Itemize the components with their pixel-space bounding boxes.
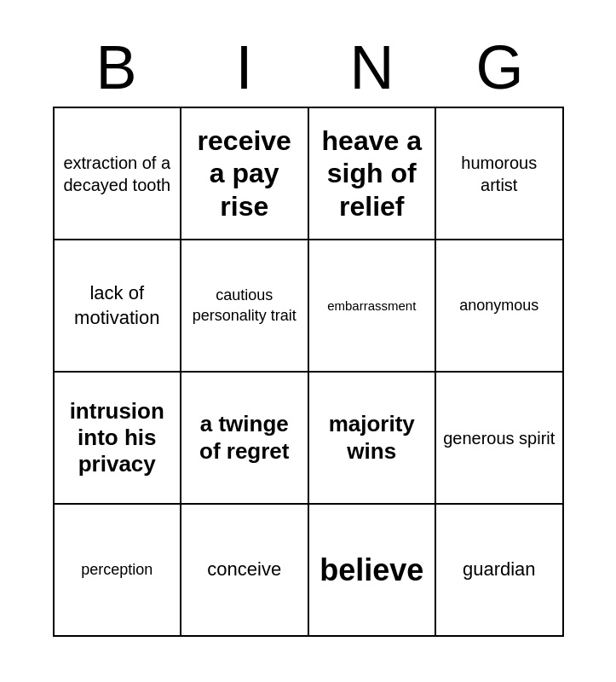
letter-b: B	[53, 28, 181, 103]
cell-text-r3c3: majority wins	[316, 411, 429, 464]
letter-g: G	[436, 28, 564, 103]
cell-r2c4[interactable]: anonymous	[436, 240, 564, 373]
cell-r2c1[interactable]: lack of motivation	[55, 240, 182, 373]
cell-text-r3c1: intrusion into his privacy	[61, 398, 174, 478]
cell-text-r3c2: a twinge of regret	[188, 411, 301, 464]
cell-text-r2c4: anonymous	[459, 296, 538, 315]
cell-r1c3[interactable]: heave a sigh of relief	[309, 108, 437, 240]
cell-r3c4[interactable]: generous spirit	[436, 373, 564, 505]
cell-r4c4[interactable]: guardian	[436, 505, 564, 637]
cell-r1c4[interactable]: humorous artist	[436, 108, 564, 240]
cell-text-r1c3: heave a sigh of relief	[316, 124, 429, 223]
cell-r3c1[interactable]: intrusion into his privacy	[55, 373, 182, 505]
cell-r4c1[interactable]: perception	[55, 505, 182, 637]
cell-text-r1c2: receive a pay rise	[188, 124, 301, 223]
cell-r1c1[interactable]: extraction of a decayed tooth	[55, 108, 182, 240]
bingo-card: B I N G extraction of a decayed toothrec…	[36, 20, 581, 662]
cell-text-r3c4: generous spirit	[443, 427, 555, 449]
cell-text-r2c1: lack of motivation	[61, 281, 174, 330]
cell-text-r2c3: embarrassment	[327, 298, 416, 315]
bingo-header: B I N G	[53, 28, 564, 103]
cell-text-r4c4: guardian	[463, 558, 536, 582]
letter-n: N	[308, 28, 436, 103]
cell-r1c2[interactable]: receive a pay rise	[181, 108, 309, 240]
cell-r4c3[interactable]: believe	[309, 505, 437, 637]
bingo-grid: extraction of a decayed toothreceive a p…	[53, 107, 564, 637]
cell-text-r4c2: conceive	[207, 558, 281, 582]
cell-r2c3[interactable]: embarrassment	[309, 240, 437, 373]
cell-r4c2[interactable]: conceive	[181, 505, 309, 637]
cell-text-r4c3: believe	[320, 552, 423, 588]
cell-r3c3[interactable]: majority wins	[309, 373, 437, 505]
cell-text-r1c1: extraction of a decayed tooth	[61, 152, 174, 196]
cell-text-r2c2: cautious personality trait	[188, 286, 301, 326]
cell-text-r4c1: perception	[81, 560, 153, 580]
cell-r3c2[interactable]: a twinge of regret	[181, 373, 309, 505]
cell-text-r1c4: humorous artist	[443, 152, 556, 196]
cell-r2c2[interactable]: cautious personality trait	[181, 240, 309, 373]
letter-i: I	[181, 28, 308, 103]
